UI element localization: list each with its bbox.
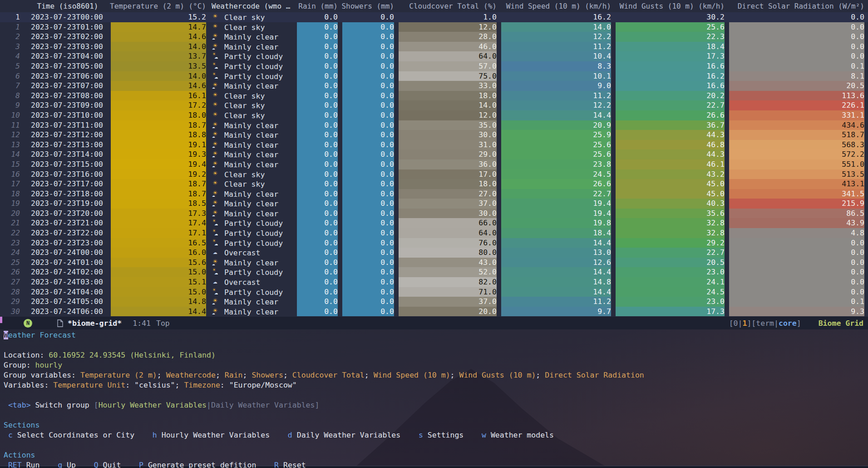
cell-n: 19 (0, 199, 26, 209)
table-row[interactable]: 252023-07-24T01:0015.6☀☁Mainly clear0.00… (0, 258, 868, 268)
actions-header: Actions (0, 450, 868, 460)
table-row[interactable]: 102023-07-23T10:0018.0☀Clear sky0.00.012… (0, 110, 868, 120)
cell-showers: 0.0 (340, 159, 397, 169)
key-quit[interactable]: Q (94, 461, 99, 468)
cell-time: 2023-07-24T00:00 (26, 248, 109, 258)
scroll-indicator: Top (156, 319, 170, 328)
table-row[interactable]: 282023-07-24T04:0015.0☀☁Partly cloudy0.0… (0, 287, 868, 297)
key-generate-preset[interactable]: P (139, 461, 143, 468)
cell-gusts: 32.8 (614, 228, 727, 238)
cell-time: 2023-07-23T21:00 (26, 218, 109, 228)
cell-gusts: 35.6 (614, 209, 727, 219)
cell-time: 2023-07-23T14:00 (26, 149, 109, 159)
cell-showers: 0.0 (340, 287, 397, 297)
cell-rain: 0.0 (295, 71, 340, 81)
cell-code: ☀☁Mainly clear (209, 149, 295, 159)
sun-icon: ☀ (212, 22, 223, 31)
table-row[interactable]: 12023-07-23T00:0015.2☀Clear sky0.00.01.0… (0, 12, 868, 22)
table-row[interactable]: 112023-07-23T11:0018.7☀☁Mainly clear0.00… (0, 120, 868, 130)
table-row[interactable]: 272023-07-24T03:0015.1☁Overcast0.00.082.… (0, 277, 868, 287)
table-row[interactable]: 182023-07-23T18:0018.7☀☁Mainly clear0.00… (0, 189, 868, 199)
table-row[interactable]: 302023-07-24T06:0014.4☀☁Mainly clear0.00… (0, 307, 868, 317)
table-row[interactable]: 152023-07-23T15:0019.4☀☁Mainly clear0.00… (0, 159, 868, 169)
cell-showers: 0.0 (340, 120, 397, 130)
table-row[interactable]: 222023-07-23T22:0017.1☀☁Partly cloudy0.0… (0, 228, 868, 238)
cell-rad: 9.3 (727, 307, 868, 317)
tab-hourly-weather-variables[interactable]: Hourly Weather Variables (99, 401, 207, 409)
table-row[interactable]: 22023-07-23T02:0014.6☀☁Mainly clear0.00.… (0, 32, 868, 42)
cell-code: ☀☁Mainly clear (209, 32, 295, 42)
cell-time: 2023-07-24T01:00 (26, 258, 109, 268)
key-up[interactable]: q (58, 461, 62, 468)
key-settings[interactable]: s (419, 431, 423, 439)
cell-n: 17 (0, 179, 26, 189)
cell-showers: 0.0 (340, 149, 397, 159)
group-value: hourly (35, 361, 63, 369)
key-hourly-variables[interactable]: h (153, 431, 157, 439)
cell-cloud: 43.0 (397, 258, 499, 268)
sections-heading: Sections (4, 421, 39, 429)
table-row[interactable]: 82023-07-23T08:0016.1☀Clear sky0.00.018.… (0, 91, 868, 101)
tab-daily-weather-variables[interactable]: Daily Weather Variables (211, 401, 315, 409)
sun-behind-cloud-icon: ☀☁ (212, 61, 223, 70)
table-row[interactable]: 12023-07-23T01:0014.7☀Clear sky0.00.012.… (0, 22, 868, 32)
cell-rad: 0.0 (727, 258, 868, 268)
table-row[interactable]: 172023-07-23T17:0018.7☀Clear sky0.00.018… (0, 179, 868, 189)
table-row[interactable]: 62023-07-23T06:0014.0☀☁Partly cloudy0.00… (0, 71, 868, 81)
table-row[interactable]: 52023-07-23T05:0013.5☀☁Partly cloudy0.00… (0, 61, 868, 71)
cell-gusts: 22.7 (614, 100, 727, 110)
text-fg: ; (450, 371, 459, 379)
table-row[interactable]: 92023-07-23T09:0017.2☀Clear sky0.00.014.… (0, 100, 868, 110)
key-select-coordinates[interactable]: c (8, 431, 13, 439)
buffer-name[interactable]: *biome-grid* (68, 319, 122, 328)
cell-n: 3 (0, 42, 26, 52)
cell-rain: 0.0 (295, 149, 340, 159)
key-weather-models[interactable]: w (482, 431, 486, 439)
table-row[interactable]: 122023-07-23T12:0018.8☀☁Mainly clear0.00… (0, 130, 868, 140)
cell-cloud: 31.0 (397, 140, 499, 150)
table-row[interactable]: 212023-07-23T21:0017.4☀☁Partly cloudy0.0… (0, 218, 868, 228)
cell-rad: 434.6 (727, 120, 868, 130)
key-reset[interactable]: R (274, 461, 279, 468)
cell-showers: 0.0 (340, 100, 397, 110)
buffer-state-badge: N (24, 319, 32, 328)
workspace-bracket: [ (729, 319, 734, 328)
cell-cloud: 37.0 (397, 297, 499, 307)
cell-time: 2023-07-23T06:00 (26, 71, 109, 81)
table-row[interactable]: 232023-07-23T23:0016.5☀☁Partly cloudy0.0… (0, 238, 868, 248)
sun-small-cloud-icon: ☀☁ (212, 189, 223, 198)
cell-wind: 26.6 (499, 179, 614, 189)
workspace-1-active[interactable]: 1 (742, 319, 747, 328)
table-row[interactable]: 192023-07-23T19:0018.5☀☁Mainly clear0.00… (0, 199, 868, 209)
table-row[interactable]: 162023-07-23T16:0019.2☀Clear sky0.00.017… (0, 169, 868, 179)
column-header-weathercode: Weathercode (wmo … (209, 0, 295, 12)
switch-group-key[interactable]: <tab> (8, 401, 31, 409)
cell-rain: 0.0 (295, 91, 340, 101)
cell-rad: 568.3 (727, 140, 868, 150)
cell-rad: 0.0 (727, 12, 868, 22)
table-row[interactable]: 32023-07-23T03:0014.0☀☁Mainly clear0.00.… (0, 42, 868, 52)
group-variables-label: Group variables: (4, 371, 80, 379)
cell-n: 27 (0, 277, 26, 287)
cell-showers: 0.0 (340, 258, 397, 268)
cell-n: 10 (0, 110, 26, 120)
cell-time: 2023-07-23T08:00 (26, 91, 109, 101)
cell-rad: 20.5 (727, 81, 868, 91)
table-row[interactable]: 262023-07-24T02:0015.0☀☁Partly cloudy0.0… (0, 267, 868, 277)
table-row[interactable]: 242023-07-24T00:0016.0☁Overcast0.00.080.… (0, 248, 868, 258)
cell-temp: 14.8 (109, 297, 209, 307)
key-run[interactable]: RET (8, 461, 22, 468)
table-row[interactable]: 142023-07-23T14:0019.3☀☁Mainly clear0.00… (0, 149, 868, 159)
key-daily-variables[interactable]: d (288, 431, 292, 439)
table-row[interactable]: 72023-07-23T07:0014.6☀☁Mainly clear0.00.… (0, 81, 868, 91)
cell-temp: 15.6 (109, 258, 209, 268)
biome-buffer-text: Weather ForecastLocation: 60.16952 24.93… (0, 329, 868, 468)
workspace-0[interactable]: 0 (734, 319, 738, 328)
cell-n: 25 (0, 258, 26, 268)
table-row[interactable]: 132023-07-23T13:0019.1☀☁Mainly clear0.00… (0, 140, 868, 150)
cell-gusts: 25.6 (614, 22, 727, 32)
table-row[interactable]: 202023-07-23T20:0017.3☀☁Mainly clear0.00… (0, 209, 868, 219)
cell-cloud: 27.0 (397, 189, 499, 199)
table-row[interactable]: 292023-07-24T05:0014.8☀☁Mainly clear0.00… (0, 297, 868, 307)
table-row[interactable]: 42023-07-23T04:0013.7☀☁Partly cloudy0.00… (0, 51, 868, 61)
